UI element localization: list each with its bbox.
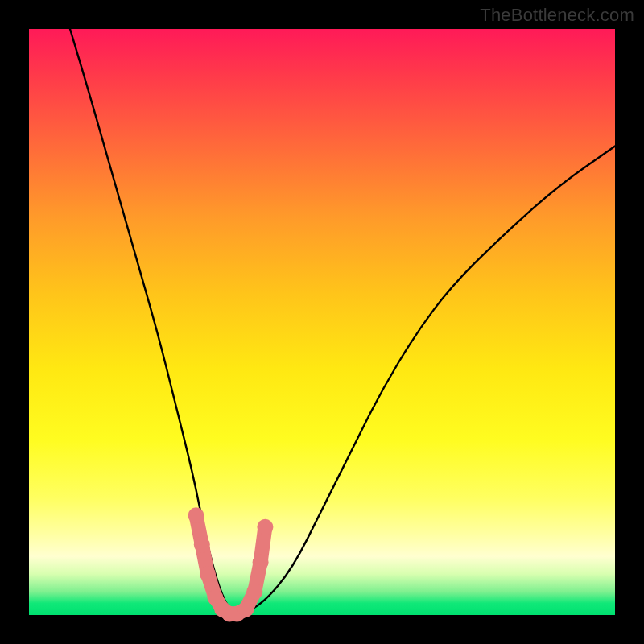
highlight-dot <box>200 566 216 582</box>
bottleneck-curve <box>70 29 615 613</box>
highlight-dot <box>188 507 204 523</box>
highlight-dot <box>253 555 269 571</box>
highlight-dot <box>237 601 254 617</box>
chart-svg <box>29 29 615 615</box>
highlight-dot <box>257 519 273 535</box>
highlight-dot <box>246 584 262 600</box>
watermark-text: TheBottleneck.com <box>480 5 634 26</box>
plot-area <box>29 29 615 615</box>
highlight-dot <box>194 537 210 553</box>
